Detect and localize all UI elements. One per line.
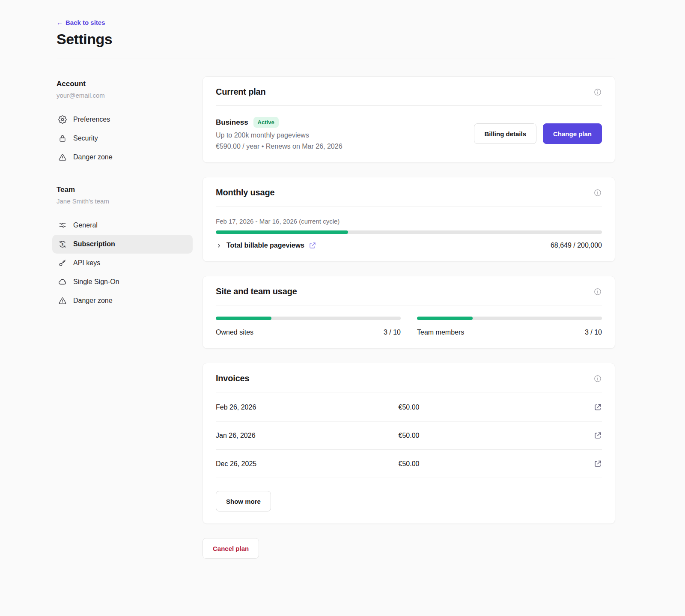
team-nav: General $ Subscription API keys bbox=[57, 216, 193, 310]
sidebar-item-danger-zone-team[interactable]: Danger zone bbox=[52, 291, 193, 310]
sidebar-item-label: Danger zone bbox=[73, 153, 113, 161]
owned-sites-progress-fill bbox=[216, 317, 271, 320]
account-nav: Preferences Security Danger zone bbox=[57, 110, 193, 167]
metric-label: Owned sites bbox=[216, 329, 253, 336]
page-title: Settings bbox=[57, 31, 615, 48]
invoice-amount: €50.00 bbox=[399, 404, 420, 411]
team-members-progress-bar bbox=[417, 317, 602, 320]
change-plan-button[interactable]: Change plan bbox=[543, 123, 602, 144]
sidebar-item-subscription[interactable]: $ Subscription bbox=[52, 235, 193, 254]
info-icon[interactable] bbox=[593, 374, 602, 383]
sidebar-item-label: General bbox=[73, 221, 98, 229]
pageviews-progress-fill bbox=[216, 230, 348, 234]
pageviews-progress-bar bbox=[216, 230, 602, 234]
billing-details-button[interactable]: Billing details bbox=[474, 123, 536, 144]
metric-value: 3 / 10 bbox=[585, 329, 602, 336]
monthly-usage-title: Monthly usage bbox=[216, 188, 274, 197]
footer-actions: Cancel plan bbox=[203, 538, 615, 559]
metric-label: Team members bbox=[417, 329, 464, 336]
sidebar-item-single-sign-on[interactable]: Single Sign-On bbox=[52, 272, 193, 291]
back-link-label: Back to sites bbox=[66, 19, 105, 26]
sidebar-item-general[interactable]: General bbox=[52, 216, 193, 235]
settings-content: Current plan Business Active Up to 200 bbox=[203, 76, 615, 559]
plan-name: Business bbox=[216, 118, 248, 127]
plan-price-line: €590.00 / year • Renews on Mar 26, 2026 bbox=[216, 143, 342, 150]
invoice-row: Jan 26, 2026 €50.00 bbox=[216, 422, 602, 450]
monthly-usage-card: Monthly usage Feb 17, 2026 - Mar 16, 202… bbox=[203, 177, 615, 262]
status-badge: Active bbox=[253, 117, 279, 128]
invoice-row: Dec 26, 2025 €50.00 bbox=[216, 450, 602, 478]
account-heading: Account bbox=[57, 80, 193, 88]
plan-info: Business Active Up to 200k monthly pagev… bbox=[216, 117, 342, 150]
sidebar-item-api-keys[interactable]: API keys bbox=[52, 254, 193, 272]
account-email: your@email.com bbox=[57, 92, 193, 99]
account-section: Account your@email.com Preferences Secur… bbox=[57, 80, 193, 167]
metric-value: 3 / 10 bbox=[384, 329, 401, 336]
sidebar-item-preferences[interactable]: Preferences bbox=[52, 110, 193, 129]
team-section: Team Jane Smith's team General $ Subscri… bbox=[57, 185, 193, 310]
sidebar-item-label: API keys bbox=[73, 259, 100, 267]
show-more-button[interactable]: Show more bbox=[216, 491, 271, 511]
invoice-date: Dec 26, 2025 bbox=[216, 460, 399, 468]
site-team-usage-title: Site and team usage bbox=[216, 287, 297, 296]
info-icon[interactable] bbox=[593, 88, 602, 96]
cloud-icon bbox=[58, 278, 67, 286]
external-link-icon[interactable] bbox=[594, 431, 602, 440]
settings-page: ← Back to sites Settings Account your@em… bbox=[0, 0, 685, 584]
sidebar-item-label: Single Sign-On bbox=[73, 278, 119, 286]
invoice-amount: €50.00 bbox=[399, 460, 420, 468]
usage-value: 68,649 / 200,000 bbox=[551, 242, 602, 249]
back-to-sites-link[interactable]: ← Back to sites bbox=[57, 19, 105, 26]
svg-text:$: $ bbox=[62, 242, 64, 246]
sliders-icon bbox=[58, 221, 67, 230]
current-plan-title: Current plan bbox=[216, 87, 266, 97]
sidebar-item-label: Danger zone bbox=[73, 297, 113, 305]
recurring-dollar-icon: $ bbox=[58, 240, 67, 248]
sidebar-item-danger-zone-account[interactable]: Danger zone bbox=[52, 148, 193, 167]
key-icon bbox=[58, 259, 67, 267]
cancel-plan-button[interactable]: Cancel plan bbox=[203, 538, 259, 559]
external-link-icon[interactable] bbox=[594, 460, 602, 468]
invoice-date: Feb 26, 2026 bbox=[216, 404, 399, 411]
current-plan-card: Current plan Business Active Up to 200 bbox=[203, 76, 615, 163]
info-icon[interactable] bbox=[593, 188, 602, 197]
usage-row-label: Total billable pageviews bbox=[226, 242, 304, 249]
external-link-icon[interactable] bbox=[594, 403, 602, 411]
arrow-left-icon: ← bbox=[57, 19, 63, 26]
owned-sites-progress-bar bbox=[216, 317, 401, 320]
warning-triangle-icon bbox=[58, 296, 67, 305]
sidebar-item-label: Security bbox=[73, 135, 98, 142]
sidebar-item-label: Preferences bbox=[73, 116, 110, 123]
sidebar-item-label: Subscription bbox=[73, 240, 115, 248]
invoice-amount: €50.00 bbox=[399, 432, 420, 440]
lock-icon bbox=[58, 134, 67, 143]
invoice-row: Feb 26, 2026 €50.00 bbox=[216, 393, 602, 422]
external-link-icon[interactable] bbox=[309, 242, 316, 249]
plan-description: Up to 200k monthly pageviews bbox=[216, 132, 342, 139]
team-name: Jane Smith's team bbox=[57, 197, 193, 205]
invoices-card: Invoices Feb 26, 2026 €50.00 bbox=[203, 363, 615, 524]
warning-triangle-icon bbox=[58, 153, 67, 161]
invoices-title: Invoices bbox=[216, 374, 249, 383]
sidebar-item-security[interactable]: Security bbox=[52, 129, 193, 148]
site-team-usage-card: Site and team usage Owned sites bbox=[203, 276, 615, 349]
billing-cycle-label: Feb 17, 2026 - Mar 16, 2026 (current cyc… bbox=[216, 218, 602, 225]
team-members-progress-fill bbox=[417, 317, 473, 320]
team-members-metric: Team members 3 / 10 bbox=[417, 317, 602, 336]
invoice-date: Jan 26, 2026 bbox=[216, 432, 399, 440]
settings-sidebar: Account your@email.com Preferences Secur… bbox=[57, 76, 193, 559]
total-billable-pageviews-toggle[interactable]: Total billable pageviews bbox=[216, 242, 316, 249]
header-divider bbox=[57, 59, 615, 59]
info-icon[interactable] bbox=[593, 287, 602, 296]
chevron-right-icon bbox=[216, 242, 222, 249]
team-heading: Team bbox=[57, 185, 193, 194]
gear-icon bbox=[58, 115, 67, 124]
owned-sites-metric: Owned sites 3 / 10 bbox=[216, 317, 401, 336]
